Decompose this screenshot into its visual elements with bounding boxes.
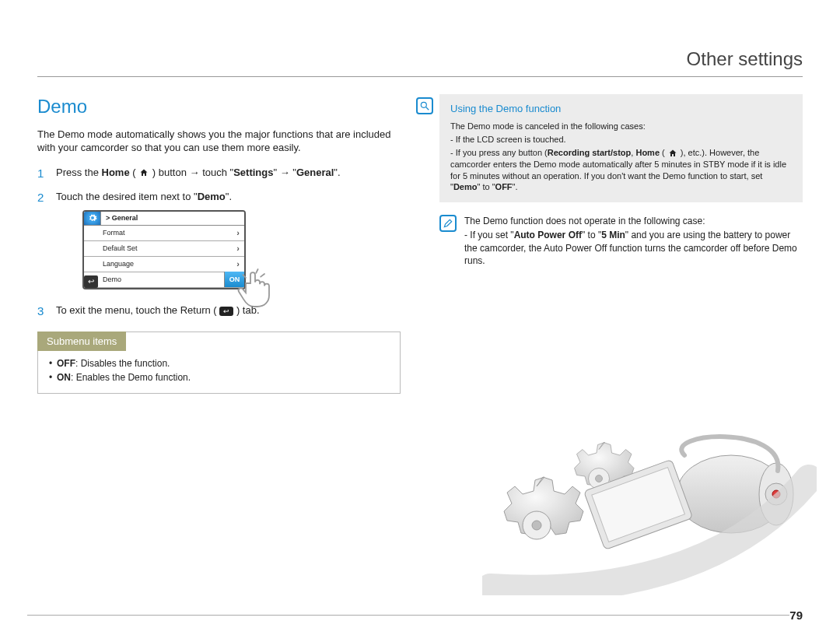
lcd-row-language: Language › — [84, 257, 244, 272]
step2-text-b: ". — [226, 191, 232, 202]
section-title: Demo — [37, 94, 401, 119]
note-row: The Demo function does not operate in th… — [439, 215, 803, 268]
step1-text-c: ) button → touch " — [149, 167, 233, 178]
svg-line-1 — [426, 107, 429, 111]
return-icon: ↩ — [84, 275, 98, 288]
n2a: - If you set " — [464, 230, 514, 240]
note-line2: - If you set "Auto Power Off" to "5 Min"… — [464, 229, 803, 267]
step1-settings: Settings — [233, 167, 273, 178]
n2-apo: Auto Power Off — [514, 230, 582, 240]
step-1: Press the Home ( ) button → touch "Setti… — [37, 166, 401, 180]
step1-text-e: ". — [334, 167, 340, 178]
step1-home: Home — [102, 167, 130, 178]
lcd-row-default-set: Default Set › — [84, 241, 244, 257]
right-column: Using the Demo function The Demo mode is… — [432, 94, 803, 394]
svg-point-5 — [596, 475, 603, 482]
tip-title: Using the Demo function — [450, 102, 793, 116]
n2-5min: 5 Min — [601, 230, 625, 240]
lcd-row-demo: Demo ON — [84, 272, 244, 288]
n2b: " to " — [582, 230, 601, 240]
tip-box: Using the Demo function The Demo mode is… — [439, 94, 803, 202]
steps-list: Press the Home ( ) button → touch "Setti… — [37, 166, 401, 317]
page-number: 79 — [789, 608, 803, 623]
step2-demo: Demo — [198, 191, 226, 202]
left-column: Demo The Demo mode automatically shows y… — [37, 94, 401, 394]
svg-point-0 — [421, 103, 426, 108]
step1-text-a: Press the — [56, 167, 102, 178]
step2-text-a: Touch the desired item next to " — [56, 191, 198, 202]
tip3-demo: Demo — [453, 182, 478, 191]
step1-general: General — [296, 167, 334, 178]
chevron-right-icon: › — [236, 243, 240, 254]
home-icon — [138, 167, 149, 178]
tip3c: ( — [660, 148, 667, 157]
submenu-off-label: OFF — [57, 358, 75, 369]
lcd-breadcrumb: > General — [101, 213, 138, 223]
lcd-label-default-set: Default Set — [103, 244, 138, 253]
submenu-on: ON: Enables the Demo function. — [49, 371, 389, 384]
note-icon — [439, 215, 457, 232]
lcd-row-format: Format › — [84, 226, 244, 241]
tip-line3: - If you press any button (Recording sta… — [450, 147, 793, 194]
lcd-label-demo: Demo — [103, 275, 121, 284]
magnify-icon — [416, 97, 433, 114]
submenu-on-label: ON — [57, 372, 71, 383]
step1-text-b: ( — [130, 167, 139, 178]
gear-icon — [84, 211, 101, 225]
intro-text: The Demo mode automatically shows you th… — [37, 128, 401, 155]
tip3-home: Home — [635, 148, 660, 157]
note-line1: The Demo function does not operate in th… — [464, 215, 803, 227]
step3-text-b: ) tab. — [233, 304, 259, 316]
chevron-right-icon: › — [236, 227, 240, 239]
submenu-heading: Submenu items — [37, 332, 126, 352]
tip-line2: - If the LCD screen is touched. — [450, 134, 793, 146]
tip3f: ". — [513, 182, 518, 191]
submenu-on-desc: : Enables the Demo function. — [71, 372, 191, 383]
home-icon — [667, 148, 678, 159]
submenu-off-desc: : Disables the function. — [75, 358, 170, 369]
lcd-screenshot: > General Format › Default Set › — [82, 210, 246, 289]
camcorder-illustration — [482, 393, 817, 595]
return-tab-icon: ↩ — [219, 307, 233, 316]
tip-line1: The Demo mode is canceled in the followi… — [450, 121, 793, 132]
lcd-label-language: Language — [103, 259, 134, 268]
step-3: To exit the menu, touch the Return ( ↩ )… — [37, 303, 401, 317]
step3-text-a: To exit the menu, touch the Return ( — [56, 304, 219, 316]
tip3e: " to " — [477, 182, 495, 191]
page-header: Other settings — [37, 47, 803, 77]
tip3a: - If you press any button ( — [450, 148, 548, 157]
submenu-box: Submenu items OFF: Disables the function… — [37, 332, 401, 395]
tip3-off: OFF — [495, 182, 513, 191]
step-2: Touch the desired item next to "Demo". >… — [37, 190, 401, 289]
lcd-label-format: Format — [103, 228, 125, 237]
submenu-off: OFF: Disables the function. — [49, 357, 389, 370]
tip3-rec: Recording start/stop — [548, 148, 632, 157]
svg-point-3 — [532, 521, 541, 530]
step1-text-d: " → " — [273, 167, 296, 178]
